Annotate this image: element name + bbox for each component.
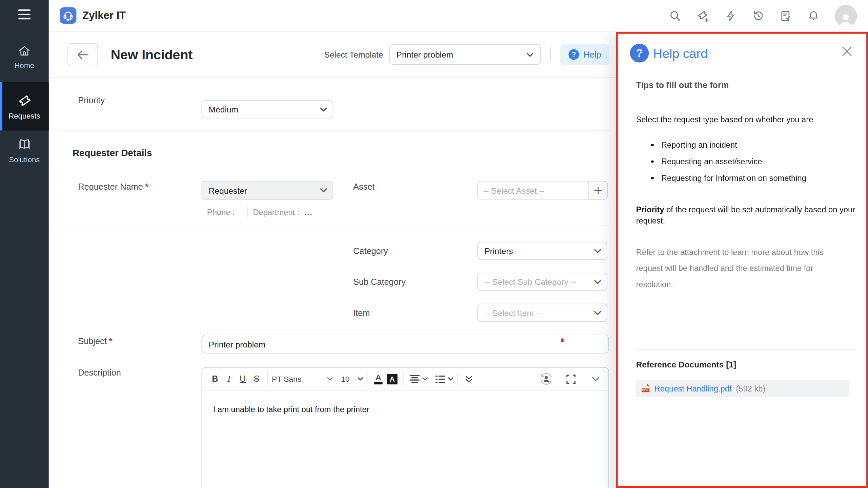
separator <box>247 207 248 217</box>
list-button[interactable] <box>433 372 447 386</box>
sidebar: Home Requests Solutions <box>0 0 49 488</box>
font-family-select[interactable]: PT Sans <box>272 375 333 383</box>
subject-input[interactable] <box>202 335 609 354</box>
home-icon <box>18 44 31 58</box>
chevron-down-icon <box>594 311 601 315</box>
tasks-icon[interactable] <box>780 9 792 22</box>
book-icon <box>17 137 32 151</box>
screen: Home Requests Solutions <box>0 0 868 488</box>
attachment-row[interactable]: PDF Request Handling.pdf (592 kb) <box>636 380 849 397</box>
tips-intro: Select the request type based on whether… <box>636 115 813 124</box>
font-family-value: PT Sans <box>272 375 322 383</box>
bold-button[interactable]: B <box>208 372 222 386</box>
requester-select[interactable]: Requester <box>202 181 334 200</box>
active-indicator <box>0 82 2 131</box>
page-header: New Incident Select Template Printer pro… <box>49 31 616 78</box>
sidebar-item-solutions[interactable]: Solutions <box>0 137 49 171</box>
sidebar-item-label: Requests <box>8 112 40 120</box>
font-size-value: 10 <box>341 375 352 383</box>
strikethrough-button[interactable]: S <box>250 372 264 386</box>
attachment-note: Refer to the attachment to learn more ab… <box>636 245 845 293</box>
category-select[interactable]: Printers <box>477 242 607 260</box>
underline-button[interactable]: U <box>236 372 250 386</box>
font-size-select[interactable]: 10 <box>341 375 363 383</box>
profile-avatar[interactable] <box>835 5 857 27</box>
italic-button[interactable]: I <box>222 372 236 386</box>
tips-heading: Tips to fill out the form <box>636 80 729 90</box>
search-icon[interactable] <box>669 9 682 22</box>
app-title: Zylker IT <box>82 9 126 22</box>
collapse-toolbar-icon[interactable] <box>588 372 602 386</box>
separator <box>267 373 268 385</box>
bullet-text: Requesting an asset/service <box>661 157 762 166</box>
help-card-panel: ? Help card Tips to fill out the form Se… <box>616 32 868 488</box>
list-item: Reporting an incident <box>651 141 737 149</box>
mention-user-icon[interactable] <box>539 372 553 386</box>
notifications-icon[interactable] <box>807 9 820 22</box>
bullet-text: Requesting for Information on something <box>661 174 806 183</box>
bullet-text: Reporting an incident <box>661 141 737 149</box>
chevron-down-icon <box>594 280 601 284</box>
topbar: Zylker IT <box>49 0 868 31</box>
quick-actions-icon[interactable] <box>725 10 737 22</box>
chevron-down-icon[interactable] <box>448 377 453 381</box>
separator <box>337 373 337 385</box>
bullet-icon <box>651 160 653 163</box>
item-select[interactable]: -- Select Item -- <box>477 304 607 322</box>
priority-label: Priority <box>78 96 105 106</box>
priority-select[interactable]: Medium <box>202 100 334 119</box>
separator <box>457 373 458 385</box>
editor-right-tools <box>539 372 602 386</box>
fullscreen-icon[interactable] <box>564 372 578 386</box>
new-incident-form: Priority Medium Requester Details Reques… <box>49 78 616 488</box>
asset-label: Asset <box>353 182 375 192</box>
list-item: Requesting for Information on something <box>651 174 806 183</box>
item-placeholder: -- Select Item -- <box>484 308 542 318</box>
subcategory-select[interactable]: -- Select Sub Category -- <box>477 273 607 291</box>
section-divider <box>58 130 609 131</box>
chevron-down-icon <box>320 188 327 192</box>
department-label: Department : <box>253 208 299 216</box>
template-select[interactable]: Printer problem <box>389 44 541 65</box>
editor-toolbar: B I U S PT Sans 10 A <box>202 368 608 390</box>
topbar-icons <box>669 0 857 31</box>
more-options-icon[interactable] <box>462 372 476 386</box>
requester-name-label: Requester Name* <box>78 182 148 192</box>
hamburger-menu-icon[interactable] <box>18 9 31 22</box>
align-button[interactable] <box>407 372 421 386</box>
priority-note-text: of the request will be set automatically… <box>636 205 855 225</box>
requester-meta: Phone : - Department : ... <box>207 207 313 217</box>
attachment-link[interactable]: Request Handling.pdf <box>654 384 732 393</box>
highlight-color-button[interactable]: A <box>385 372 399 386</box>
asset-input[interactable] <box>477 181 588 200</box>
subcategory-label: Sub Category <box>353 277 406 287</box>
sidebar-item-home[interactable]: Home <box>0 44 49 79</box>
subject-label: Subject* <box>78 336 112 346</box>
phone-label: Phone : <box>207 208 235 216</box>
bullet-icon <box>651 144 653 146</box>
app-logo[interactable] <box>60 7 76 24</box>
phone-value: - <box>240 208 242 216</box>
help-button[interactable]: ? Help <box>560 44 609 65</box>
chevron-down-icon[interactable] <box>422 377 428 381</box>
font-color-button[interactable]: A <box>371 372 385 386</box>
list-item: Requesting an asset/service <box>651 157 762 166</box>
close-icon[interactable] <box>842 46 852 56</box>
category-label: Category <box>353 246 388 256</box>
asset-field <box>477 181 608 200</box>
attachment-size: (592 kb) <box>736 384 765 393</box>
required-asterisk: * <box>109 336 112 346</box>
add-asset-button[interactable] <box>588 181 608 200</box>
new-ticket-icon[interactable] <box>697 9 710 22</box>
help-question-icon: ? <box>569 49 579 60</box>
description-text[interactable]: I am unable to take print out from the p… <box>202 390 608 428</box>
back-button[interactable] <box>67 43 98 66</box>
sidebar-item-requests[interactable]: Requests <box>0 82 49 131</box>
history-icon[interactable] <box>752 9 765 22</box>
font-color-letter: A <box>376 374 381 381</box>
page-header-actions: Select Template Printer problem ? Help <box>324 44 610 65</box>
highlight-letter: A <box>387 374 398 384</box>
department-value[interactable]: ... <box>304 208 313 216</box>
description-editor[interactable]: B I U S PT Sans 10 A <box>202 367 609 488</box>
priority-note: Priority of the request will be set auto… <box>636 205 857 226</box>
